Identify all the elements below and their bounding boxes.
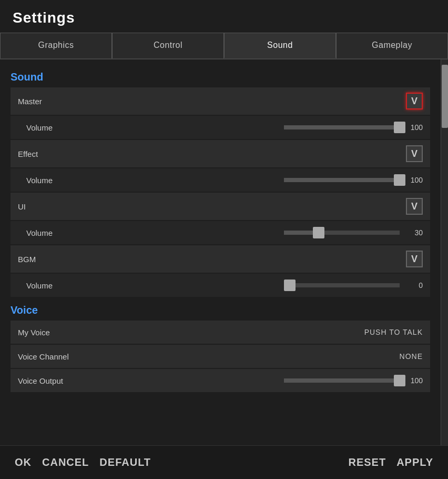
voice-channel-row: Voice Channel NONE xyxy=(11,345,430,368)
bgm-volume-value: 0 xyxy=(404,281,423,290)
bgm-volume-row: Volume 0 xyxy=(11,274,430,297)
bgm-volume-label: Volume xyxy=(26,281,79,290)
settings-container: Settings Graphics Control Sound Gameplay… xyxy=(0,0,448,479)
tab-graphics[interactable]: Graphics xyxy=(0,33,112,58)
effect-volume-slider[interactable] xyxy=(284,178,400,182)
bgm-row: BGM V xyxy=(11,245,430,273)
main-content: Sound Master V Volume 100 xyxy=(0,59,441,445)
bgm-label: BGM xyxy=(18,255,70,264)
ui-volume-value: 30 xyxy=(404,228,423,237)
master-volume-value: 100 xyxy=(404,123,423,132)
sound-section-header: Sound xyxy=(11,65,430,87)
reset-button[interactable]: RESET xyxy=(348,456,386,468)
voice-output-thumb[interactable] xyxy=(394,375,405,386)
voice-channel-value[interactable]: NONE xyxy=(400,352,423,361)
effect-label: Effect xyxy=(18,149,70,158)
master-volume-slider-container: 100 xyxy=(284,123,423,132)
voice-output-row: Voice Output 100 xyxy=(11,369,430,392)
ui-toggle[interactable]: V xyxy=(406,198,423,215)
voice-output-fill xyxy=(284,378,400,383)
bgm-volume-thumb[interactable] xyxy=(284,280,296,291)
tabs-row: Graphics Control Sound Gameplay xyxy=(0,33,448,59)
master-toggle-control: V xyxy=(406,93,423,109)
apply-button[interactable]: APPLY xyxy=(396,456,433,468)
bgm-toggle-control: V xyxy=(406,251,423,267)
effect-volume-fill xyxy=(284,178,400,182)
settings-header: Settings xyxy=(0,0,448,33)
default-button[interactable]: DEFAULT xyxy=(99,456,151,468)
effect-row: Effect V xyxy=(11,140,430,167)
footer: OK CANCEL DEFAULT RESET APPLY xyxy=(0,445,448,479)
effect-toggle-control: V xyxy=(406,145,423,162)
effect-volume-slider-container: 100 xyxy=(284,176,423,184)
my-voice-value[interactable]: PUSH TO TALK xyxy=(364,328,423,336)
footer-right: RESET APPLY xyxy=(348,456,433,468)
bgm-toggle[interactable]: V xyxy=(406,251,423,267)
ui-volume-label: Volume xyxy=(26,228,79,237)
page-title: Settings xyxy=(13,9,435,26)
ui-row: UI V xyxy=(11,193,430,220)
scrollbar-thumb[interactable] xyxy=(442,65,448,128)
cancel-button[interactable]: CANCEL xyxy=(42,456,89,468)
ui-label: UI xyxy=(18,202,70,211)
voice-output-value: 100 xyxy=(404,376,423,385)
tab-gameplay[interactable]: Gameplay xyxy=(336,33,448,58)
ui-volume-row: Volume 30 xyxy=(11,221,430,244)
voice-output-label: Voice Output xyxy=(18,376,70,385)
effect-volume-value: 100 xyxy=(404,176,423,184)
effect-volume-row: Volume 100 xyxy=(11,168,430,192)
effect-volume-thumb[interactable] xyxy=(394,174,405,186)
master-row: Master V xyxy=(11,87,430,115)
scrollbar-track[interactable] xyxy=(441,59,448,445)
voice-output-slider[interactable] xyxy=(284,378,400,383)
tab-sound[interactable]: Sound xyxy=(224,33,336,58)
master-volume-thumb[interactable] xyxy=(394,122,405,133)
content-area: Sound Master V Volume 100 xyxy=(0,59,448,445)
ui-volume-thumb[interactable] xyxy=(313,227,324,238)
master-volume-label: Volume xyxy=(26,123,79,132)
bgm-volume-slider-container: 0 xyxy=(284,281,423,290)
master-volume-slider[interactable] xyxy=(284,125,400,129)
footer-left: OK CANCEL DEFAULT xyxy=(15,456,151,468)
master-volume-fill xyxy=(284,125,400,129)
my-voice-row: My Voice PUSH TO TALK xyxy=(11,321,430,344)
voice-section-header: Voice xyxy=(11,298,430,321)
effect-toggle[interactable]: V xyxy=(406,145,423,162)
ui-volume-slider[interactable] xyxy=(284,231,400,235)
effect-volume-label: Volume xyxy=(26,176,79,185)
bgm-volume-slider[interactable] xyxy=(284,283,400,287)
master-toggle[interactable]: V xyxy=(406,93,423,109)
master-volume-row: Volume 100 xyxy=(11,116,430,139)
voice-output-slider-container: 100 xyxy=(284,376,423,385)
tab-control[interactable]: Control xyxy=(112,33,224,58)
ui-volume-slider-container: 30 xyxy=(284,228,423,237)
ui-toggle-control: V xyxy=(406,198,423,215)
master-label: Master xyxy=(18,97,70,106)
my-voice-label: My Voice xyxy=(18,328,70,337)
voice-channel-label: Voice Channel xyxy=(18,352,70,361)
ok-button[interactable]: OK xyxy=(15,456,32,468)
